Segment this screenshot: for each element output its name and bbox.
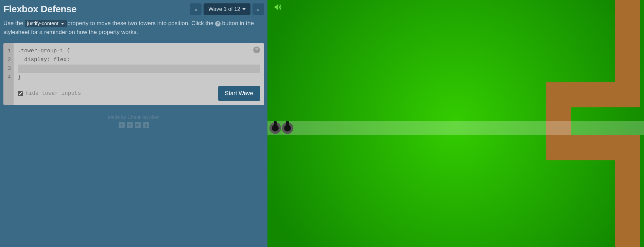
hide-inputs-checkbox[interactable] [18,91,23,96]
hide-inputs-label: hide tower inputs [25,90,81,96]
wave-nav: « Wave 1 of 12 » [190,3,264,15]
code-line-close: } [18,73,260,82]
start-wave-button[interactable]: Start Wave [218,86,260,101]
code-line-declaration: display: flex; [18,55,260,64]
help-icon: ? [215,21,221,27]
header: Flexbox Defense « Wave 1 of 12 » [3,3,264,15]
line-gutter: 1 2 3 4 [3,43,14,105]
wave-label: Wave 1 of 12 [208,6,240,12]
property-chip[interactable]: justify-content [25,20,67,27]
chevron-down-icon [242,8,246,10]
code-line-selector: .tower-group-1 { [18,47,260,55]
github-icon[interactable]: g [143,122,149,128]
path-segment [615,135,640,247]
code-editor: 1 2 3 4 ? .tower-group-1 { display: flex… [3,43,264,105]
social-icons: f t in g [3,122,264,128]
tower[interactable] [282,122,293,134]
sound-toggle-icon[interactable] [274,3,282,12]
line-number: 1 [6,47,11,55]
line-number: 2 [6,55,11,64]
code-area: ? .tower-group-1 { display: flex; } hide… [14,43,264,105]
twitter-icon[interactable]: t [127,122,133,128]
prev-wave-button[interactable]: « [190,3,202,15]
credits: Made by Channing Allen f t in g [3,114,264,128]
credits-text: Made by Channing Allen [3,114,264,120]
linkedin-icon[interactable]: in [135,122,141,128]
game-title: Flexbox Defense [3,4,76,15]
line-number: 3 [6,64,11,73]
left-panel: Flexbox Defense « Wave 1 of 12 » Use the… [0,0,267,247]
instr-part1: Use the [3,20,25,27]
tower[interactable] [269,122,281,134]
tower-core [284,125,291,131]
editor-footer: hide tower inputs Start Wave [18,86,260,101]
property-name: justify-content [27,20,58,26]
hide-inputs-toggle[interactable]: hide tower inputs [18,90,81,96]
tower-core [272,125,279,131]
chevron-down-icon [61,23,64,25]
line-number: 4 [6,73,11,82]
next-wave-button[interactable]: » [253,3,264,15]
tower-group-strip [267,121,644,135]
editor-help-button[interactable]: ? [253,47,260,53]
instr-part2: property to move these two towers into p… [67,20,215,27]
game-board [267,0,644,247]
instructions-text: Use the justify-content property to move… [3,19,264,36]
css-input[interactable] [18,65,260,73]
facebook-icon[interactable]: f [119,122,125,128]
wave-select-button[interactable]: Wave 1 of 12 [204,3,250,15]
